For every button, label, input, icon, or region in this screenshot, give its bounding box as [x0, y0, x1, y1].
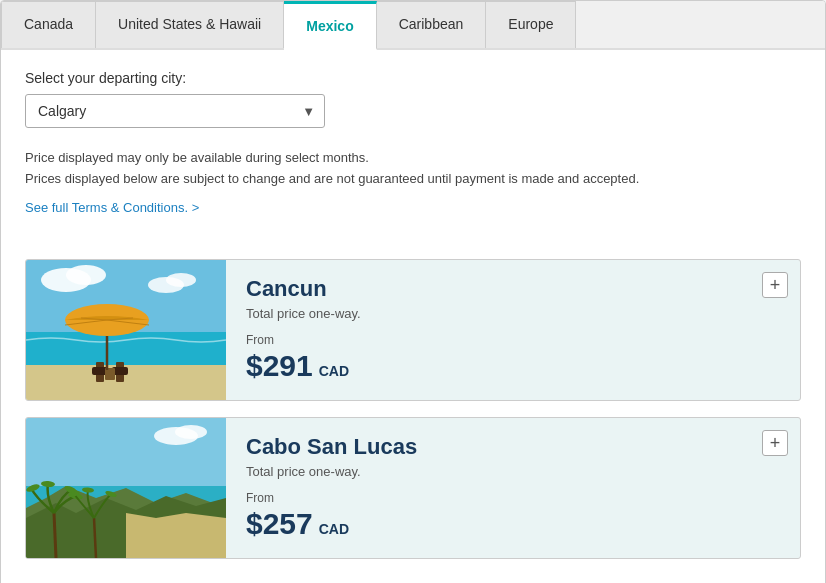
terms-link[interactable]: See full Terms & Conditions. > [25, 200, 199, 215]
destination-cards: Cancun Total price one-way. From $291 CA… [25, 259, 801, 559]
cancun-price-row: $291 CAD [246, 349, 780, 383]
cabo-card: Cabo San Lucas Total price one-way. From… [25, 417, 801, 559]
city-select-wrapper: Calgary ▼ [25, 94, 325, 128]
cancun-currency: CAD [319, 363, 349, 379]
cabo-price-row: $257 CAD [246, 507, 780, 541]
cabo-expand-button[interactable]: + [762, 430, 788, 456]
city-select[interactable]: Calgary [25, 94, 325, 128]
svg-point-2 [66, 265, 106, 285]
cabo-from-label: From [246, 491, 780, 505]
disclaimer-line1: Price displayed may only be available du… [25, 148, 801, 169]
cancun-expand-button[interactable]: + [762, 272, 788, 298]
svg-line-22 [54, 513, 56, 558]
cancun-subtitle: Total price one-way. [246, 306, 780, 321]
tab-europe[interactable]: Europe [486, 1, 576, 48]
main-container: Canada United States & Hawaii Mexico Car… [0, 0, 826, 583]
departing-label: Select your departing city: [25, 70, 801, 86]
tab-mexico[interactable]: Mexico [284, 1, 376, 50]
cabo-body: Cabo San Lucas Total price one-way. From… [226, 418, 800, 558]
svg-point-4 [166, 273, 196, 287]
cancun-body: Cancun Total price one-way. From $291 CA… [226, 260, 800, 400]
cabo-title: Cabo San Lucas [246, 434, 780, 460]
cancun-from-label: From [246, 333, 780, 347]
cabo-currency: CAD [319, 521, 349, 537]
disclaimer-line2: Prices displayed below are subject to ch… [25, 169, 801, 190]
cancun-price: $291 [246, 349, 313, 383]
cabo-image [26, 418, 226, 558]
tab-us-hawaii[interactable]: United States & Hawaii [96, 1, 284, 48]
svg-point-20 [175, 425, 207, 439]
tab-canada[interactable]: Canada [1, 1, 96, 48]
cancun-title: Cancun [246, 276, 780, 302]
cabo-subtitle: Total price one-way. [246, 464, 780, 479]
page-content: Select your departing city: Calgary ▼ Pr… [1, 50, 825, 583]
svg-rect-5 [26, 332, 226, 367]
cabo-price: $257 [246, 507, 313, 541]
tab-bar: Canada United States & Hawaii Mexico Car… [1, 1, 825, 50]
tab-caribbean[interactable]: Caribbean [377, 1, 487, 48]
disclaimer-text: Price displayed may only be available du… [25, 148, 801, 190]
cancun-image [26, 260, 226, 400]
cancun-card: Cancun Total price one-way. From $291 CA… [25, 259, 801, 401]
